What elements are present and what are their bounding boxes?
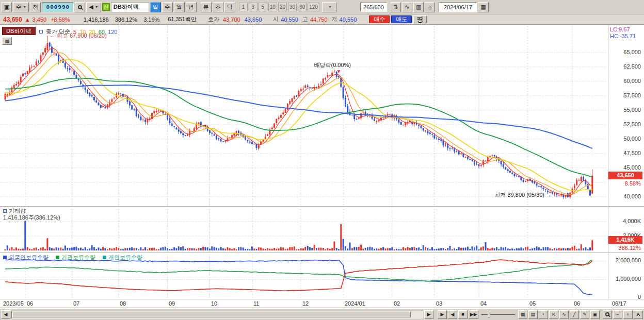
- ma120-label: 120: [108, 29, 117, 35]
- avg-button[interactable]: 평: [413, 15, 426, 23]
- settings-icon[interactable]: ☼: [425, 2, 435, 12]
- minute-30-button[interactable]: 30: [288, 3, 297, 11]
- quote-summary-row: 43,650 ▲ 3,450 +8.58% 1,416,186 386.12% …: [0, 14, 644, 25]
- price-axis-label: 55,000: [609, 107, 641, 113]
- updown-icon[interactable]: ⇅: [391, 2, 401, 12]
- minute-3-button[interactable]: 3: [249, 3, 257, 11]
- buy-button[interactable]: 매수: [369, 15, 390, 23]
- close-legend-swatch: [39, 30, 43, 33]
- updown-glyph: ⇅: [393, 4, 398, 10]
- wave-tool-icon[interactable]: ∿: [559, 310, 569, 319]
- indicator-tool-icon[interactable]: ▤: [528, 310, 538, 319]
- chart-line-icon[interactable]: ∿: [402, 2, 412, 12]
- volume-label: 거래량: [9, 208, 26, 214]
- draw-tool-icon[interactable]: ✎: [580, 310, 589, 319]
- volume-ratio: 386.12%: [115, 16, 137, 23]
- holdings-legend: 외국인보유수량 기관보유수량 개인보유수량: [3, 254, 142, 261]
- time-axis-label: 03: [436, 300, 442, 307]
- tab-yearly[interactable]: 년: [186, 2, 197, 12]
- slider-thumb[interactable]: [488, 312, 490, 317]
- foreign-swatch: [3, 256, 7, 259]
- stock-code-input[interactable]: 000990: [42, 2, 74, 12]
- chart-menu-icon[interactable]: ▦: [2, 37, 12, 45]
- ex-dividend-annotation: 배당락(0.00%): [314, 61, 351, 69]
- chart-scrollbar[interactable]: [11, 311, 423, 318]
- lc-indicator: LC:9.67: [610, 26, 630, 32]
- time-axis-label: 04: [480, 300, 487, 307]
- bar-width-slider[interactable]: [481, 310, 515, 319]
- sell-button[interactable]: 매도: [391, 15, 412, 23]
- minute-1-button[interactable]: 1: [239, 3, 248, 11]
- time-axis-label: 06: [27, 300, 33, 307]
- tab-monthly[interactable]: 월: [174, 2, 185, 12]
- tab-tick[interactable]: 틱: [224, 2, 235, 12]
- price-axis-label: 40,000: [609, 193, 641, 199]
- candle-count: 265/600: [360, 3, 387, 12]
- magnifier-glyph: [78, 5, 82, 9]
- pane-separator[interactable]: [0, 252, 644, 253]
- price-chart-canvas[interactable]: [0, 25, 608, 206]
- tab-weekly[interactable]: 주: [162, 2, 173, 12]
- tab-minute[interactable]: 분: [201, 2, 212, 12]
- open-price: 40,550: [281, 16, 298, 23]
- panel-tool-icon[interactable]: ▣: [590, 310, 600, 319]
- price-axis-label: 45,000: [609, 164, 641, 171]
- time-axis-label: 05: [529, 300, 536, 307]
- play-icon[interactable]: ▶: [438, 310, 447, 319]
- open-label: 시: [273, 15, 279, 23]
- volume-chart-canvas[interactable]: [0, 206, 608, 252]
- hc-indicator: HC:-35.71: [610, 33, 636, 39]
- stock-tab[interactable]: DB하이텍: [2, 27, 36, 35]
- font-size-icon[interactable]: A: [634, 310, 643, 319]
- ex-dividend-marker: ▼: [336, 69, 342, 74]
- price-axis-label: 50,000: [609, 136, 641, 142]
- price-axis-label: 57,500: [609, 92, 641, 98]
- minute-60-button[interactable]: 60: [298, 3, 307, 11]
- minute-5-button[interactable]: 5: [259, 3, 267, 11]
- individual-swatch: [103, 256, 106, 259]
- zoom-in-icon[interactable]: +: [623, 310, 633, 319]
- period-combo[interactable]: 주▼: [13, 2, 29, 12]
- fast-forward-icon[interactable]: ▶▶: [469, 310, 479, 319]
- interval-combo[interactable]: ▼: [322, 2, 336, 12]
- hoga-label: 호가: [208, 15, 219, 23]
- calendar-icon[interactable]: ▦: [478, 2, 488, 12]
- scrollbar-thumb[interactable]: [12, 312, 411, 317]
- top-toolbar: ▣ 주▼ 전 000990 ◀▼ 신 DB하이텍 일 주 월 년 분 초 틱 1…: [0, 0, 644, 14]
- minute-120-button[interactable]: 120: [308, 3, 319, 11]
- low-label: 저: [332, 15, 337, 23]
- date-field[interactable]: 2024/06/17: [439, 2, 477, 12]
- step-back-icon[interactable]: ◀: [448, 310, 457, 319]
- scroll-right-icon[interactable]: ▶: [424, 310, 433, 319]
- minute-10-button[interactable]: 10: [268, 3, 277, 11]
- current-price: 43,650: [3, 16, 22, 23]
- window-icon[interactable]: ▣: [2, 2, 12, 12]
- minute-20-button[interactable]: 20: [278, 3, 287, 11]
- search-icon[interactable]: [75, 2, 85, 12]
- prev-stock-combo[interactable]: ◀▼: [86, 2, 101, 12]
- time-axis: 06/17 2023/05060708091011122024/01020304…: [0, 299, 644, 308]
- tab-daily[interactable]: 일: [150, 2, 161, 12]
- right-arrow-icon: →: [544, 192, 552, 198]
- grid-tool-icon[interactable]: ▦: [518, 310, 527, 319]
- holdings-axis-label: 0: [609, 294, 641, 300]
- stop-icon[interactable]: ■: [458, 310, 468, 319]
- jeon-button[interactable]: 전: [30, 2, 41, 12]
- current-price-badge: 43,650: [608, 172, 642, 179]
- ma-legend-title: 종가 단순: [46, 28, 70, 36]
- trendline-tool-icon[interactable]: ╱: [570, 310, 579, 319]
- period-combo-value: 주: [15, 3, 21, 11]
- magnifier-icon[interactable]: [603, 310, 612, 319]
- tab-second[interactable]: 초: [213, 2, 223, 12]
- change-arrow-icon: ▲: [25, 16, 30, 23]
- low-price: 40,550: [340, 16, 357, 23]
- save-icon[interactable]: ▥: [413, 2, 424, 12]
- zoom-out-icon[interactable]: −: [613, 310, 622, 319]
- scroll-left-icon[interactable]: ◀: [1, 310, 10, 319]
- k-chart-tool-icon[interactable]: K: [549, 310, 558, 319]
- pane-separator[interactable]: [0, 206, 644, 207]
- individual-holdings-label: 개인보유수량: [108, 254, 142, 261]
- jeon-label: 전: [33, 3, 38, 11]
- crosshair-tool-icon[interactable]: +: [539, 310, 548, 319]
- high-price: 44,750: [310, 16, 328, 23]
